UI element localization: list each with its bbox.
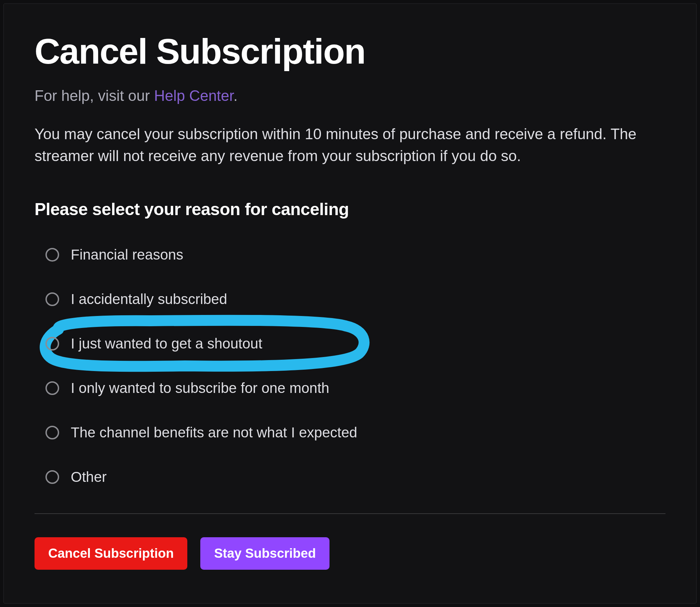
stay-subscribed-button[interactable]: Stay Subscribed xyxy=(200,537,329,570)
reason-heading: Please select your reason for canceling xyxy=(35,199,665,219)
radio-label: I just wanted to get a shoutout xyxy=(71,335,262,352)
help-prefix: For help, visit our xyxy=(35,87,154,104)
cancel-subscription-button[interactable]: Cancel Subscription xyxy=(35,537,187,570)
help-center-link[interactable]: Help Center xyxy=(154,87,233,104)
radio-icon xyxy=(45,292,59,306)
radio-option-one-month[interactable]: I only wanted to subscribe for one month xyxy=(45,380,665,396)
radio-icon xyxy=(45,470,59,484)
radio-option-financial[interactable]: Financial reasons xyxy=(45,247,665,263)
cancel-subscription-panel: Cancel Subscription For help, visit our … xyxy=(3,3,697,604)
radio-icon xyxy=(45,248,59,262)
radio-option-benefits[interactable]: The channel benefits are not what I expe… xyxy=(45,424,665,441)
radio-option-accidental[interactable]: I accidentally subscribed xyxy=(45,291,665,307)
radio-option-shoutout[interactable]: I just wanted to get a shoutout xyxy=(45,335,665,352)
cancel-reason-radio-group: Financial reasons I accidentally subscri… xyxy=(35,247,665,485)
refund-info-text: You may cancel your subscription within … xyxy=(35,123,665,167)
radio-icon xyxy=(45,337,59,351)
help-line: For help, visit our Help Center. xyxy=(35,87,665,104)
radio-label: I accidentally subscribed xyxy=(71,291,227,307)
page-title: Cancel Subscription xyxy=(35,33,665,70)
radio-label: I only wanted to subscribe for one month xyxy=(71,380,329,396)
radio-icon xyxy=(45,381,59,395)
radio-label: The channel benefits are not what I expe… xyxy=(71,424,357,441)
help-suffix: . xyxy=(233,87,238,104)
radio-option-other[interactable]: Other xyxy=(45,469,665,485)
radio-label: Financial reasons xyxy=(71,247,183,263)
radio-label: Other xyxy=(71,469,107,485)
button-row: Cancel Subscription Stay Subscribed xyxy=(35,537,665,570)
divider xyxy=(35,513,665,514)
radio-icon xyxy=(45,426,59,439)
